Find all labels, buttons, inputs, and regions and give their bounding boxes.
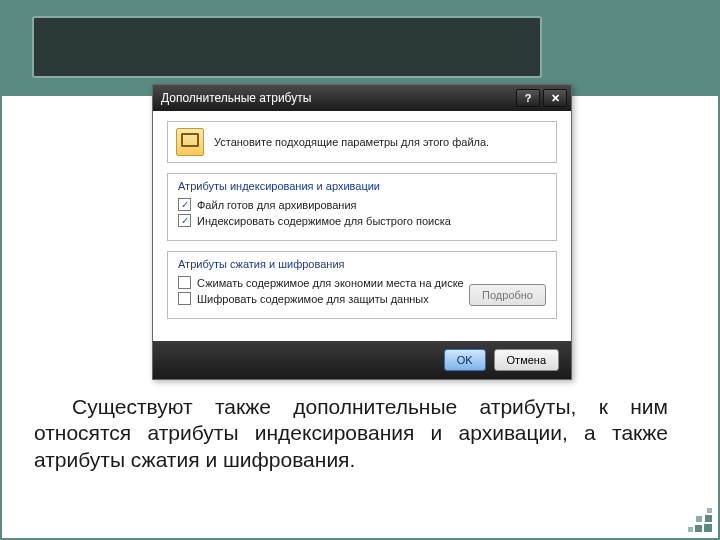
dialog-titlebar: Дополнительные атрибуты ? ✕ (153, 85, 571, 111)
slide-header-box (32, 16, 542, 78)
ok-button[interactable]: OK (444, 349, 486, 371)
archive-ready-row: ✓ Файл готов для архивирования (178, 198, 546, 211)
slide-corner-logo (684, 504, 712, 532)
slide-caption: Существуют также дополнительные атрибуты… (34, 394, 668, 473)
encrypt-label: Шифровать содержимое для защиты данных (197, 293, 429, 305)
help-button[interactable]: ? (516, 89, 540, 107)
archive-ready-checkbox[interactable]: ✓ (178, 198, 191, 211)
index-content-checkbox[interactable]: ✓ (178, 214, 191, 227)
index-content-label: Индексировать содержимое для быстрого по… (197, 215, 451, 227)
group-compress-encrypt: Атрибуты сжатия и шифрования Сжимать сод… (167, 251, 557, 319)
dialog-title: Дополнительные атрибуты (161, 91, 513, 105)
dialog-body: Установите подходящие параметры для этог… (153, 111, 571, 341)
encrypt-checkbox[interactable] (178, 292, 191, 305)
archive-ready-label: Файл готов для архивирования (197, 199, 357, 211)
cancel-button[interactable]: Отмена (494, 349, 559, 371)
prompt-row: Установите подходящие параметры для этог… (167, 121, 557, 163)
group2-title: Атрибуты сжатия и шифрования (178, 258, 546, 270)
group-indexing-archiving: Атрибуты индексирования и архивации ✓ Фа… (167, 173, 557, 241)
compress-checkbox[interactable] (178, 276, 191, 289)
compress-label: Сжимать содержимое для экономии места на… (197, 277, 464, 289)
dialog-button-bar: OK Отмена (153, 341, 571, 379)
prompt-text: Установите подходящие параметры для этог… (214, 136, 489, 148)
folder-properties-icon (176, 128, 204, 156)
group1-title: Атрибуты индексирования и архивации (178, 180, 546, 192)
slide-header-band (2, 2, 718, 96)
index-content-row: ✓ Индексировать содержимое для быстрого … (178, 214, 546, 227)
advanced-attributes-dialog: Дополнительные атрибуты ? ✕ Установите п… (152, 84, 572, 380)
details-button[interactable]: Подробно (469, 284, 546, 306)
close-button[interactable]: ✕ (543, 89, 567, 107)
